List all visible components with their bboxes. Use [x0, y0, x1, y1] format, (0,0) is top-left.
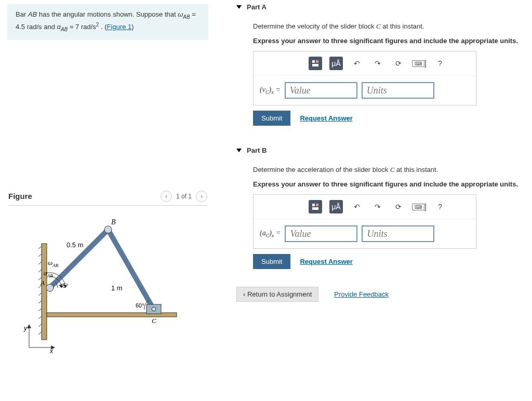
svg-text:0.5 m: 0.5 m: [66, 241, 84, 249]
value-input[interactable]: [285, 225, 357, 242]
units-tool-icon[interactable]: μÅ: [329, 200, 343, 213]
figure-link[interactable]: Figure 1: [107, 23, 132, 31]
svg-line-15: [108, 230, 154, 310]
svg-line-9: [38, 309, 42, 311]
part-b-instructions: Express your answer to three significant…: [253, 179, 527, 190]
svg-line-7: [38, 293, 42, 296]
svg-text:y: y: [23, 325, 28, 332]
help-icon[interactable]: ?: [433, 200, 447, 213]
intro-eq-sub: AB: [61, 26, 68, 32]
intro-var: AB: [28, 10, 37, 18]
answer-box-a: μÅ ↶ ↷ ⟳ ⌨] ? (vC)x =: [253, 51, 476, 105]
svg-rect-41: [316, 204, 318, 206]
part-a-question: Determine the velocity of the slider blo…: [253, 21, 527, 32]
svg-rect-37: [312, 60, 315, 63]
request-answer-link[interactable]: Request Answer: [300, 258, 352, 265]
provide-feedback-link[interactable]: Provide Feedback: [334, 290, 389, 298]
svg-line-12: [38, 332, 42, 335]
svg-marker-23: [27, 324, 31, 328]
redo-icon[interactable]: ↷: [371, 200, 384, 213]
reset-icon[interactable]: ⟳: [392, 200, 405, 213]
svg-rect-39: [312, 64, 318, 66]
intro-eq: ω: [178, 10, 183, 18]
svg-rect-40: [312, 204, 315, 206]
figure-next-button[interactable]: ›: [196, 191, 207, 202]
intro-text: and: [42, 23, 57, 31]
part-a-instructions: Express your answer to three significant…: [253, 36, 527, 46]
intro-text: has the angular motions shown. Suppose t…: [37, 10, 178, 18]
svg-rect-42: [312, 207, 318, 210]
part-b-question: Determine the acceleration of the slider…: [253, 165, 527, 175]
figure-title: Figure: [8, 192, 32, 200]
svg-line-11: [38, 324, 42, 327]
chevron-left-icon: ‹: [243, 290, 247, 298]
template-tool-icon[interactable]: [309, 57, 322, 70]
redo-icon[interactable]: ↷: [371, 57, 384, 70]
caret-down-icon: [236, 5, 242, 9]
part-b-header[interactable]: Part B: [236, 143, 527, 157]
intro-eq-sub: AB: [183, 14, 190, 20]
svg-text:B: B: [111, 218, 116, 226]
units-input[interactable]: [362, 225, 434, 242]
keyboard-icon[interactable]: ⌨]: [413, 200, 426, 213]
answer-label: (aC)x =: [260, 229, 281, 238]
submit-button[interactable]: Submit: [253, 111, 290, 126]
intro-text: ): [131, 23, 134, 31]
figure-diagram: B 0.5 m ωAB αAB A 45° 1 m 60° C y x: [9, 215, 196, 355]
svg-rect-38: [316, 60, 318, 63]
problem-intro: Bar AB has the angular motions shown. Su…: [7, 4, 208, 40]
value-input[interactable]: [285, 82, 357, 99]
help-icon[interactable]: ?: [433, 57, 447, 70]
intro-text: Bar: [16, 10, 28, 18]
intro-eq: α: [57, 23, 61, 31]
svg-line-1: [38, 246, 42, 249]
svg-point-16: [46, 284, 54, 291]
undo-icon[interactable]: ↶: [350, 200, 364, 213]
figure-nav: ‹ 1 of 1 ›: [161, 191, 207, 202]
units-input[interactable]: [362, 82, 434, 99]
reset-icon[interactable]: ⟳: [392, 57, 405, 70]
svg-text:A: A: [40, 279, 45, 287]
answer-box-b: μÅ ↶ ↷ ⟳ ⌨] ? (aC)x =: [253, 194, 476, 249]
svg-line-8: [38, 301, 42, 303]
keyboard-icon[interactable]: ⌨]: [413, 57, 426, 70]
return-to-assignment-button[interactable]: ‹ Return to Assignment: [236, 287, 318, 302]
submit-button[interactable]: Submit: [253, 254, 290, 269]
units-tool-icon[interactable]: μÅ: [329, 57, 343, 70]
request-answer-link[interactable]: Request Answer: [300, 114, 352, 122]
part-b-title: Part B: [247, 146, 267, 154]
figure-prev-button[interactable]: ‹: [161, 191, 172, 202]
svg-line-4: [38, 270, 42, 272]
figure-counter: 1 of 1: [176, 193, 192, 200]
svg-text:45°: 45°: [60, 283, 69, 289]
svg-point-17: [104, 226, 112, 233]
answer-label: (vC)x =: [260, 86, 281, 95]
svg-line-2: [38, 254, 42, 257]
svg-point-19: [152, 307, 156, 311]
svg-text:ωAB: ωAB: [48, 259, 59, 268]
svg-line-10: [38, 316, 42, 319]
intro-eq: = 7 rad/s: [68, 23, 96, 31]
svg-rect-0: [42, 244, 47, 340]
svg-text:1 m: 1 m: [111, 284, 123, 292]
svg-line-14: [50, 230, 108, 288]
template-tool-icon[interactable]: [309, 200, 322, 213]
svg-text:60°: 60°: [136, 302, 144, 309]
undo-icon[interactable]: ↶: [350, 57, 364, 70]
part-a-header[interactable]: Part A: [236, 0, 527, 14]
part-a-title: Part A: [247, 3, 267, 11]
intro-text: .: [99, 23, 104, 31]
svg-line-3: [38, 262, 42, 264]
svg-text:C: C: [152, 317, 156, 325]
caret-down-icon: [236, 149, 242, 152]
svg-text:x: x: [49, 347, 54, 355]
